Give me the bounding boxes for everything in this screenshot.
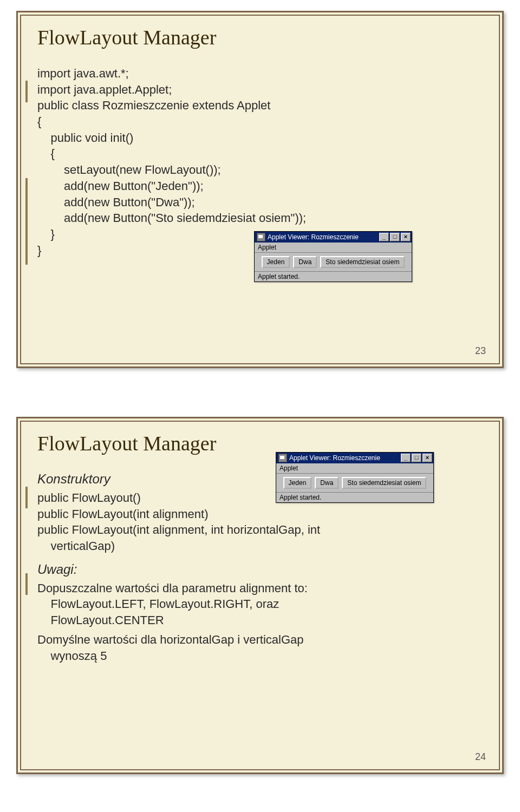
window-titlebar: Applet Viewer: Rozmieszczenie _ □ × bbox=[255, 232, 412, 243]
button-dwa[interactable]: Dwa bbox=[315, 477, 339, 489]
maximize-button[interactable]: □ bbox=[390, 233, 400, 241]
code-block: import java.awt.*; import java.applet.Ap… bbox=[37, 66, 483, 258]
decorative-line bbox=[25, 178, 28, 265]
button-jeden[interactable]: Jeden bbox=[262, 256, 290, 268]
minimize-button[interactable]: _ bbox=[401, 454, 411, 462]
decorative-line bbox=[25, 487, 28, 508]
status-bar: Applet started. bbox=[276, 492, 433, 502]
slide-2: FlowLayout Manager Applet Viewer: Rozmie… bbox=[0, 406, 520, 812]
button-dwa[interactable]: Dwa bbox=[293, 256, 317, 268]
constructor-2: public FlowLayout(int alignment) bbox=[37, 506, 483, 522]
section-heading: Uwagi: bbox=[37, 562, 483, 577]
java-cup-icon bbox=[257, 233, 265, 241]
window-titlebar: Applet Viewer: Rozmieszczenie _ □ × bbox=[276, 453, 433, 463]
slide-number: 24 bbox=[475, 751, 486, 763]
applet-viewer-window: Applet Viewer: Rozmieszczenie _ □ × Appl… bbox=[254, 231, 412, 282]
menu-applet[interactable]: Applet bbox=[280, 464, 298, 472]
java-cup-icon bbox=[278, 454, 287, 462]
close-button[interactable]: × bbox=[422, 454, 432, 462]
applet-body: Jeden Dwa Sto siedemdziesiat osiem bbox=[255, 253, 412, 271]
button-sto[interactable]: Sto siedemdziesiat osiem bbox=[320, 256, 405, 268]
slide-number: 23 bbox=[475, 345, 486, 357]
minimize-button[interactable]: _ bbox=[379, 233, 389, 241]
slide-title: FlowLayout Manager bbox=[37, 25, 483, 49]
decorative-line bbox=[25, 81, 28, 102]
menu-applet[interactable]: Applet bbox=[258, 244, 276, 251]
slide-outer-frame: FlowLayout Manager import java.awt.*; im… bbox=[16, 11, 504, 368]
applet-viewer-window: Applet Viewer: Rozmieszczenie _ □ × Appl… bbox=[276, 452, 434, 503]
maximize-button[interactable]: □ bbox=[412, 454, 421, 462]
slide-inner-frame: FlowLayout Manager Applet Viewer: Rozmie… bbox=[20, 421, 500, 770]
note-2: Domyślne wartości dla horizontalGap i ve… bbox=[37, 632, 483, 664]
decorative-line bbox=[25, 573, 28, 595]
button-jeden[interactable]: Jeden bbox=[283, 477, 312, 489]
close-button[interactable]: × bbox=[401, 233, 411, 241]
slide-outer-frame: FlowLayout Manager Applet Viewer: Rozmie… bbox=[16, 417, 504, 774]
button-sto[interactable]: Sto siedemdziesiat osiem bbox=[342, 477, 426, 489]
menu-bar: Applet bbox=[276, 463, 433, 474]
menu-bar: Applet bbox=[255, 243, 412, 253]
constructor-3: public FlowLayout(int alignment, int hor… bbox=[37, 522, 483, 554]
slide-inner-frame: FlowLayout Manager import java.awt.*; im… bbox=[20, 15, 500, 364]
applet-body: Jeden Dwa Sto siedemdziesiat osiem bbox=[276, 474, 433, 492]
window-title: Applet Viewer: Rozmieszczenie bbox=[289, 454, 380, 462]
note-1: Dopuszczalne wartości dla parametru alig… bbox=[37, 580, 483, 628]
status-bar: Applet started. bbox=[255, 271, 412, 281]
window-title: Applet Viewer: Rozmieszczenie bbox=[268, 233, 359, 241]
slide-1: FlowLayout Manager import java.awt.*; im… bbox=[0, 0, 520, 406]
